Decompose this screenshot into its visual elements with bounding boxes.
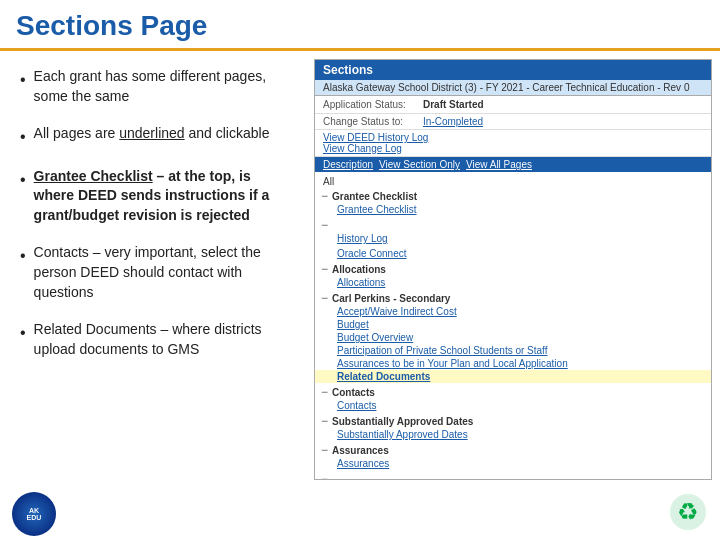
main-content: • Each grant has some different pages, s…	[0, 51, 720, 488]
section-group-oracle: Oracle Connect	[315, 247, 711, 260]
section-header-sub-approved[interactable]: − Substantially Approved Dates	[315, 414, 711, 428]
change-status-row: Change Status to: In-Completed	[315, 114, 711, 130]
section-group-assurances: − Assurances Assurances	[315, 443, 711, 470]
section-group-contacts: − Contacts Contacts	[315, 385, 711, 412]
description-bar: Description View Section Only View All P…	[315, 157, 711, 172]
bullet-icon: •	[20, 245, 26, 267]
view-change-link[interactable]: View Change Log	[323, 143, 703, 154]
section-name-grantee: Grantee Checklist	[332, 191, 417, 202]
alaska-edu-logo: AKEDU	[12, 492, 56, 536]
section-header-contacts[interactable]: − Contacts	[315, 385, 711, 399]
underlined-text: underlined	[119, 125, 184, 141]
application-status-row: Application Status: Draft Started	[315, 96, 711, 114]
view-all-pages-link[interactable]: View All Pages	[466, 159, 532, 170]
change-status-label: Change Status to:	[323, 116, 423, 127]
section-header-carl-perkins[interactable]: − Carl Perkins - Secondary	[315, 291, 711, 305]
section-header-grant-report[interactable]: −	[315, 472, 711, 479]
bullet-text-2: All pages are underlined and clickable	[34, 124, 270, 144]
sections-subtitle: Alaska Gateway School District (3) - FY …	[315, 80, 711, 96]
collapse-icon: −	[321, 386, 328, 398]
edu-logo-text: AKEDU	[27, 507, 42, 521]
section-link-budget[interactable]: Budget	[315, 318, 711, 331]
collapse-icon: −	[321, 219, 328, 231]
list-item: • Related Documents – where districts up…	[20, 320, 290, 359]
section-name-allocations: Allocations	[332, 264, 386, 275]
grantee-checklist-label: Grantee Checklist	[34, 168, 153, 184]
collapse-icon: −	[321, 190, 328, 202]
section-group-history: − History Log	[315, 218, 711, 245]
view-section-only-link[interactable]: View Section Only	[379, 159, 460, 170]
section-link-private-school[interactable]: Participation of Private School Students…	[315, 344, 711, 357]
section-link-assurances-plan[interactable]: Assurances to be in Your Plan and Local …	[315, 357, 711, 370]
page-header: Sections Page	[0, 0, 720, 51]
bullet-text-5: Related Documents – where districts uplo…	[34, 320, 290, 359]
section-group-allocations: − Allocations Allocations	[315, 262, 711, 289]
right-panel: Sections Alaska Gateway School District …	[310, 51, 720, 488]
bullet-icon: •	[20, 169, 26, 191]
section-name-carl-perkins: Carl Perkins - Secondary	[332, 293, 450, 304]
leaf-unicode: ♻	[677, 498, 699, 525]
section-link-history-log[interactable]: History Log	[315, 232, 711, 245]
list-item: • All pages are underlined and clickable	[20, 124, 290, 148]
section-name-sub-approved: Substantially Approved Dates	[332, 416, 473, 427]
page-title: Sections Page	[16, 10, 704, 42]
leaf-logo: ♻	[668, 492, 708, 536]
bullet-text-4: Contacts – very important, select the pe…	[34, 243, 290, 302]
section-link-sub-approved-dates[interactable]: Substantially Approved Dates	[315, 428, 711, 441]
section-name-contacts: Contacts	[332, 387, 375, 398]
section-link-allocations[interactable]: Allocations	[315, 276, 711, 289]
section-name-assurances: Assurances	[332, 445, 389, 456]
section-link-related-docs[interactable]: Related Documents	[315, 370, 711, 383]
list-item: • Each grant has some different pages, s…	[20, 67, 290, 106]
bullet-icon: •	[20, 69, 26, 91]
section-header-grantee[interactable]: − Grantee Checklist	[315, 189, 711, 203]
sections-list: All − Grantee Checklist Grantee Checklis…	[315, 172, 711, 479]
sections-title-text: Sections	[323, 63, 373, 77]
section-header-history[interactable]: −	[315, 218, 711, 232]
collapse-icon: −	[321, 444, 328, 456]
view-deed-history-link[interactable]: View DEED History Log	[323, 132, 703, 143]
section-group-carl-perkins: − Carl Perkins - Secondary Accept/Waive …	[315, 291, 711, 383]
section-group-sub-approved: − Substantially Approved Dates Substanti…	[315, 414, 711, 441]
leaf-icon: ♻	[668, 492, 708, 532]
change-status-link[interactable]: In-Completed	[423, 116, 483, 127]
collapse-icon: −	[321, 292, 328, 304]
left-panel: • Each grant has some different pages, s…	[0, 51, 310, 488]
app-status-label: Application Status:	[323, 99, 423, 110]
section-link-indirect-cost[interactable]: Accept/Waive Indirect Cost	[315, 305, 711, 318]
section-group-grantee: − Grantee Checklist Grantee Checklist	[315, 189, 711, 216]
list-item: • Grantee Checklist – at the top, is whe…	[20, 167, 290, 226]
section-link-budget-overview[interactable]: Budget Overview	[315, 331, 711, 344]
bullet-text-3: Grantee Checklist – at the top, is where…	[34, 167, 290, 226]
footer: AKEDU ♻	[0, 488, 720, 540]
section-link-assurances[interactable]: Assurances	[315, 457, 711, 470]
bullet-icon: •	[20, 322, 26, 344]
section-link-oracle[interactable]: Oracle Connect	[315, 247, 711, 260]
section-group-grant-report: − Grant Award Report	[315, 472, 711, 479]
collapse-icon: −	[321, 263, 328, 275]
list-item: • Contacts – very important, select the …	[20, 243, 290, 302]
section-header-assurances[interactable]: − Assurances	[315, 443, 711, 457]
section-link-contacts[interactable]: Contacts	[315, 399, 711, 412]
all-option[interactable]: All	[315, 174, 711, 189]
description-label: Description	[323, 159, 373, 170]
sections-box: Sections Alaska Gateway School District …	[314, 59, 712, 480]
sections-title-bar: Sections	[315, 60, 711, 80]
bullet-icon: •	[20, 126, 26, 148]
section-header-allocations[interactable]: − Allocations	[315, 262, 711, 276]
links-row: View DEED History Log View Change Log	[315, 130, 711, 157]
section-link-grantee-checklist[interactable]: Grantee Checklist	[315, 203, 711, 216]
bullet-text-1: Each grant has some different pages, som…	[34, 67, 290, 106]
collapse-icon: −	[321, 473, 328, 479]
app-status-value: Draft Started	[423, 99, 484, 110]
collapse-icon: −	[321, 415, 328, 427]
